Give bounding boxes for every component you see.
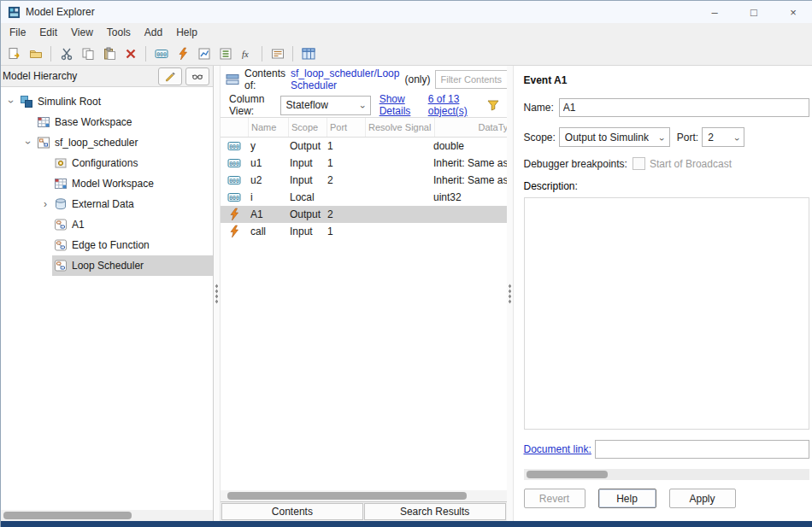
close-button[interactable]: × <box>774 1 812 23</box>
add-enum-button[interactable] <box>215 44 235 63</box>
apply-button[interactable]: Apply <box>669 489 736 508</box>
tree-item-content[interactable]: sf_loop_scheduler <box>35 132 213 153</box>
scope-dropdown[interactable]: Output to Simulink › <box>559 127 670 147</box>
tree-item-content[interactable]: Base Workspace <box>35 112 213 132</box>
column-view-value: Stateflow <box>286 99 328 111</box>
cell-resolve <box>362 206 431 223</box>
table-row-y[interactable]: 000yOutput1double <box>221 138 507 155</box>
tree-item-external-data[interactable]: ›External Data <box>1 194 213 214</box>
open-dialog-button[interactable] <box>268 44 287 63</box>
column-view-dropdown[interactable]: Stateflow › <box>280 96 371 115</box>
tree-item-content[interactable]: Configurations <box>52 153 213 173</box>
chevron-down-icon: › <box>732 134 742 141</box>
column-header-scope[interactable]: Scope <box>289 118 327 137</box>
column-header-resolve-signal[interactable]: Resolve Signal <box>366 118 435 137</box>
tree-item-content[interactable]: Model Workspace <box>52 173 213 194</box>
document-link-input[interactable] <box>595 440 809 459</box>
delete-button[interactable] <box>121 44 140 63</box>
table-row-a1[interactable]: A1Output2 <box>221 206 507 223</box>
menu-tools[interactable]: Tools <box>100 25 138 40</box>
contents-of-label: Contents of: <box>244 67 285 91</box>
toolbar-separator <box>145 46 146 61</box>
objects-count-link[interactable]: 6 of 13 object(s) <box>428 93 478 117</box>
contents-path-link[interactable]: sf_loop_scheduler/Loop Scheduler <box>291 67 399 91</box>
open-button[interactable] <box>26 44 45 63</box>
table-row-u1[interactable]: 000u1Input1Inherit: Same as Simulink-1 <box>221 155 507 172</box>
column-view-button[interactable] <box>298 44 318 63</box>
revert-button[interactable]: Revert <box>524 489 585 508</box>
name-input[interactable] <box>559 98 809 117</box>
new-model-button[interactable] <box>4 44 24 63</box>
title-bar[interactable]: Model Explorer –□× <box>1 1 812 23</box>
table-row-i[interactable]: 000iLocaluint32 <box>221 189 507 206</box>
debugger-breakpoints-label: Debugger breakpoints: <box>524 158 627 170</box>
edit-button[interactable] <box>158 67 182 85</box>
cell-port: 2 <box>325 172 362 189</box>
menu-file[interactable]: File <box>3 25 32 40</box>
window-bottom-edge <box>1 521 812 527</box>
scrollbar-thumb[interactable] <box>3 512 132 519</box>
start-of-broadcast-checkbox[interactable] <box>633 157 645 170</box>
tree-item-edge-to-function[interactable]: Edge to Function <box>1 235 213 255</box>
tree-item-content[interactable]: Edge to Function <box>52 235 213 255</box>
tree-item-content[interactable]: External Data <box>52 194 213 214</box>
left-splitter[interactable] <box>214 66 221 521</box>
minimize-button[interactable]: – <box>695 1 734 23</box>
contents-header: Contents of: sf_loop_scheduler/Loop Sche… <box>221 66 507 93</box>
show-details-link[interactable]: Show Details <box>380 93 420 117</box>
properties-panel: Event A1 Name: Scope: Output to Simulink… <box>514 66 812 521</box>
menu-bar: FileEditViewToolsAddHelp <box>1 23 812 42</box>
help-button[interactable]: Help <box>598 489 656 508</box>
port-dropdown[interactable]: 2 › <box>702 127 744 147</box>
tree-item-a1[interactable]: A1 <box>1 214 213 235</box>
model-hierarchy-title: Model Hierarchy <box>3 70 77 82</box>
chevron-expanded-icon[interactable]: › <box>23 136 33 149</box>
tree-item-sf-loop-scheduler[interactable]: ›sf_loop_scheduler <box>1 132 213 153</box>
tree-item-simulink-root[interactable]: ›Simulink Root <box>1 91 213 112</box>
window-title: Model Explorer <box>26 6 95 18</box>
cell-icon: 000 <box>221 172 248 189</box>
tree-item-model-workspace[interactable]: Model Workspace <box>1 173 213 194</box>
add-signal-button[interactable] <box>194 44 214 63</box>
menu-help[interactable]: Help <box>169 25 204 40</box>
menu-view[interactable]: View <box>64 25 100 40</box>
filter-icon[interactable] <box>486 98 500 112</box>
event-icon <box>227 208 241 221</box>
table-row-u2[interactable]: 000u2Input2Inherit: Same as Simulink-1 <box>221 172 507 189</box>
scrollbar-thumb[interactable] <box>527 471 608 478</box>
menu-add[interactable]: Add <box>138 25 169 40</box>
column-header-name[interactable]: Name <box>249 118 289 137</box>
data-icon: 000 <box>155 47 168 61</box>
tree-item-base-workspace[interactable]: Base Workspace <box>1 112 213 132</box>
tree-item-configurations[interactable]: Configurations <box>1 153 213 173</box>
column-header-port[interactable]: Port <box>327 118 366 137</box>
document-link-label[interactable]: Document link: <box>524 443 591 455</box>
maximize-button[interactable]: □ <box>734 1 774 23</box>
right-splitter[interactable] <box>507 66 514 521</box>
menu-edit[interactable]: Edit <box>32 25 64 40</box>
model-icon <box>37 136 50 149</box>
tree-item-content[interactable]: A1 <box>52 214 213 235</box>
add-function-button[interactable]: fx <box>237 44 256 63</box>
add-data-button[interactable]: 000 <box>151 44 171 63</box>
add-event-button[interactable] <box>173 44 192 63</box>
contents-icon[interactable] <box>226 73 239 86</box>
tab-contents[interactable]: Contents <box>221 503 363 520</box>
chevron-collapsed-icon[interactable]: › <box>38 199 52 209</box>
tree-item-content[interactable]: Loop Scheduler <box>52 255 213 276</box>
tree-item-content[interactable]: Simulink Root <box>18 91 213 112</box>
tree-item-loop-scheduler[interactable]: Loop Scheduler <box>1 255 213 276</box>
copy-button[interactable] <box>78 44 97 63</box>
workspace-icon <box>54 177 68 190</box>
cut-button[interactable] <box>56 44 76 63</box>
scrollbar-thumb[interactable] <box>227 492 467 500</box>
search-button[interactable] <box>185 67 209 85</box>
table-row-call[interactable]: callInput1 <box>221 223 507 240</box>
delete-icon <box>124 47 138 61</box>
description-textarea[interactable] <box>524 197 810 430</box>
chevron-expanded-icon[interactable]: › <box>6 95 16 108</box>
cell-scope: Input <box>287 172 325 189</box>
debugger-breakpoints-row: Debugger breakpoints: Start of Broadcast <box>524 157 810 170</box>
tab-search-results[interactable]: Search Results <box>364 503 506 520</box>
paste-button[interactable] <box>99 44 119 63</box>
